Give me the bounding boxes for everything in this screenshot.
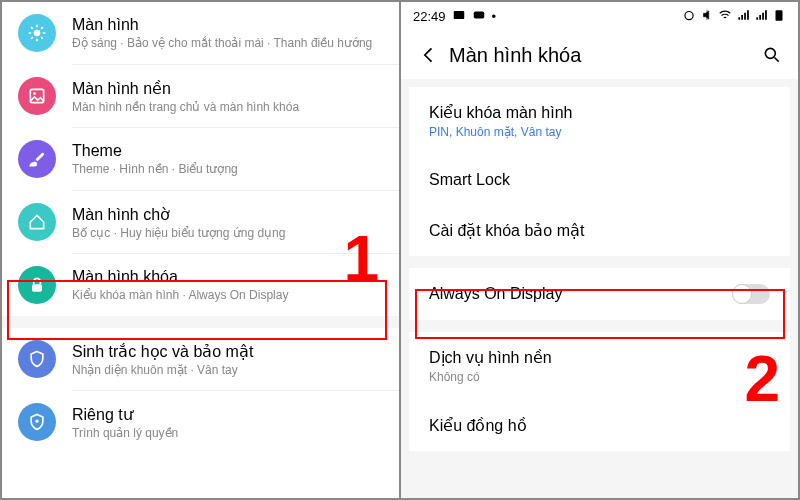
row-clock-style[interactable]: Kiểu đồng hồ (409, 400, 790, 451)
svg-point-0 (34, 30, 41, 37)
settings-item-title: Sinh trắc học và bảo mật (72, 342, 383, 361)
svg-rect-6 (473, 12, 484, 19)
lock-icon (18, 266, 56, 304)
youtube-icon (472, 8, 486, 25)
svg-rect-5 (453, 11, 464, 19)
svg-point-9 (765, 48, 775, 58)
settings-item-display[interactable]: Màn hình Độ sáng · Bảo vệ cho mắt thoải … (2, 2, 399, 64)
settings-item-sub: Bố cục · Huy hiệu biểu tượng ứng dụng (72, 226, 383, 240)
settings-item-title: Màn hình khóa (72, 268, 383, 286)
brush-icon (18, 140, 56, 178)
row-title: Kiểu khóa màn hình (429, 103, 770, 122)
page-title: Màn hình khóa (449, 44, 762, 67)
svg-rect-8 (776, 10, 783, 20)
row-always-on-display[interactable]: Always On Display (409, 268, 790, 320)
signal-icon (736, 8, 750, 25)
status-bar: 22:49 • (401, 2, 798, 31)
svg-point-7 (685, 12, 693, 20)
settings-item-title: Màn hình chờ (72, 205, 383, 224)
settings-item-sub: Nhận diện khuôn mặt · Vân tay (72, 363, 383, 377)
svg-rect-1 (30, 89, 43, 102)
row-title: Always On Display (429, 285, 562, 303)
settings-item-sub: Trình quản lý quyền (72, 426, 383, 440)
back-button[interactable] (417, 43, 441, 67)
privacy-icon (18, 403, 56, 441)
signal-icon (754, 8, 768, 25)
settings-item-title: Riêng tư (72, 405, 383, 424)
row-title: Kiểu đồng hồ (429, 416, 770, 435)
svg-point-4 (35, 420, 38, 423)
settings-item-title: Theme (72, 142, 383, 160)
row-sub: PIN, Khuôn mặt, Vân tay (429, 125, 770, 139)
settings-item-wallpaper[interactable]: Màn hình nền Màn hình nền trang chủ và m… (2, 65, 399, 127)
row-title: Smart Lock (429, 171, 770, 189)
settings-item-sub: Theme · Hình nền · Biểu tượng (72, 162, 383, 176)
settings-item-theme[interactable]: Theme Theme · Hình nền · Biểu tượng (2, 128, 399, 190)
image-icon (18, 77, 56, 115)
wifi-icon (718, 8, 732, 25)
dot-icon: • (492, 9, 497, 24)
settings-item-sub: Kiểu khóa màn hình · Always On Display (72, 288, 383, 302)
svg-rect-3 (32, 284, 42, 292)
row-title: Dịch vụ hình nền (429, 348, 770, 367)
settings-item-title: Màn hình (72, 16, 383, 34)
svg-point-2 (33, 92, 36, 95)
settings-item-title: Màn hình nền (72, 79, 383, 98)
mute-icon (700, 8, 714, 25)
row-smart-lock[interactable]: Smart Lock (409, 155, 790, 205)
settings-item-homescreen[interactable]: Màn hình chờ Bố cục · Huy hiệu biểu tượn… (2, 191, 399, 253)
row-title: Cài đặt khóa bảo mật (429, 221, 770, 240)
status-time: 22:49 (413, 9, 446, 24)
settings-list-pane: Màn hình Độ sáng · Bảo vệ cho mắt thoải … (2, 2, 399, 498)
row-sub: Không có (429, 370, 770, 384)
messages-icon (452, 8, 466, 25)
lockscreen-settings-pane: 22:49 • Màn hình khóa Kiểu khóa màn hình… (401, 2, 798, 498)
row-wallpaper-service[interactable]: Dịch vụ hình nền Không có (409, 332, 790, 400)
settings-item-lockscreen[interactable]: Màn hình khóa Kiểu khóa màn hình · Alway… (2, 254, 399, 316)
settings-item-sub: Độ sáng · Bảo vệ cho mắt thoải mái · Tha… (72, 36, 383, 50)
row-secure-lock[interactable]: Cài đặt khóa bảo mật (409, 205, 790, 256)
battery-icon (772, 8, 786, 25)
home-icon (18, 203, 56, 241)
settings-item-biometrics[interactable]: Sinh trắc học và bảo mật Nhận diện khuôn… (2, 328, 399, 390)
row-lock-type[interactable]: Kiểu khóa màn hình PIN, Khuôn mặt, Vân t… (409, 87, 790, 155)
settings-item-sub: Màn hình nền trang chủ và màn hình khóa (72, 100, 383, 114)
alarm-icon (682, 8, 696, 25)
sun-icon (18, 14, 56, 52)
page-header: Màn hình khóa (401, 31, 798, 79)
toggle-knob (732, 284, 752, 304)
shield-icon (18, 340, 56, 378)
aod-toggle[interactable] (732, 284, 770, 304)
settings-item-privacy[interactable]: Riêng tư Trình quản lý quyền (2, 391, 399, 453)
search-button[interactable] (762, 45, 782, 65)
